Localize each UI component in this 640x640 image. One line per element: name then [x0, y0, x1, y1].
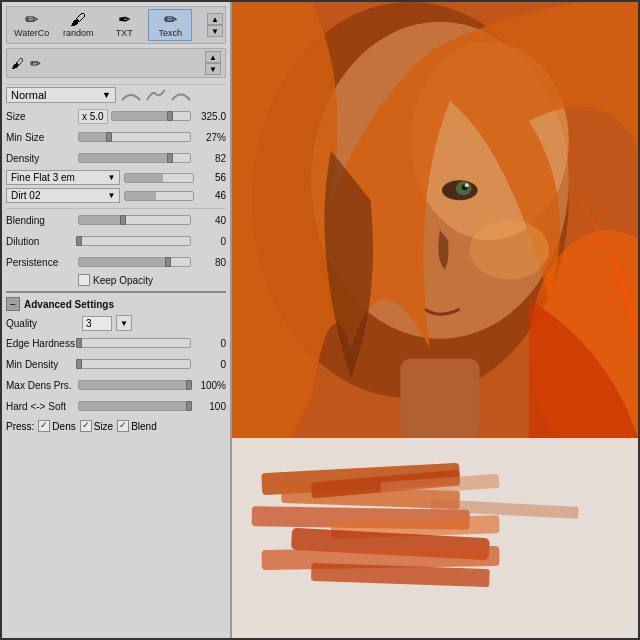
txt-icon: ✒ — [118, 12, 131, 28]
edge-hardness-label: Edge Hardness — [6, 338, 78, 349]
press-size-label: Size — [94, 421, 113, 432]
preset-txt-label: TXT — [116, 28, 133, 38]
hard-soft-value: 100 — [194, 401, 226, 412]
sub-scroll-up[interactable]: ▲ — [205, 51, 221, 63]
shape-3 — [170, 88, 192, 102]
preset-txt[interactable]: ✒ TXT — [102, 9, 146, 41]
blending-slider[interactable] — [78, 215, 191, 225]
fine-flat-label: Fine Flat 3 em — [11, 172, 75, 183]
size-multiplier[interactable]: x 5.0 — [78, 109, 108, 124]
min-size-slider[interactable] — [78, 132, 191, 142]
fine-flat-dropdown[interactable]: Fine Flat 3 em ▼ — [6, 170, 120, 185]
quality-input[interactable] — [82, 316, 112, 331]
size-slider[interactable] — [111, 111, 191, 121]
dirt-row: Dirt 02 ▼ 46 — [6, 188, 226, 203]
preset-random-label: random — [63, 28, 94, 38]
press-dens-checkbox[interactable]: ✓ — [38, 420, 50, 432]
preset-random[interactable]: 🖌 random — [56, 9, 100, 41]
separator-2 — [6, 208, 226, 209]
min-density-slider[interactable] — [78, 359, 191, 369]
density-slider[interactable] — [78, 153, 191, 163]
min-density-value: 0 — [194, 359, 226, 370]
persistence-slider[interactable] — [78, 257, 191, 267]
shape-1 — [120, 88, 142, 102]
dilution-slider[interactable] — [78, 236, 191, 246]
min-size-label: Min Size — [6, 132, 78, 143]
hard-soft-slider[interactable] — [78, 401, 191, 411]
portrait-svg — [232, 2, 638, 438]
advanced-title: Advanced Settings — [24, 299, 114, 310]
density-row: Density 82 — [6, 149, 226, 167]
max-dens-slider[interactable] — [78, 380, 191, 390]
brush-mini-1[interactable]: 🖌 — [11, 56, 24, 71]
dilution-label: Dilution — [6, 236, 78, 247]
min-density-slider-area: 0 — [78, 359, 226, 370]
scroll-down-button[interactable]: ▼ — [207, 25, 223, 37]
size-row: Size x 5.0 325.0 — [6, 107, 226, 125]
quality-row: Quality ▼ — [6, 315, 226, 331]
blend-mode-dropdown[interactable]: Normal ▼ — [6, 87, 116, 103]
keep-opacity-label[interactable]: Keep Opacity — [78, 274, 153, 286]
press-dens-item[interactable]: ✓ Dens — [38, 420, 75, 432]
max-dens-slider-area: 100% — [78, 380, 226, 391]
quality-label: Quality — [6, 318, 78, 329]
preset-waterco[interactable]: ✏ WaterCo — [9, 9, 54, 41]
preset-scroll[interactable]: ▲ ▼ — [207, 13, 223, 37]
persistence-value: 80 — [194, 257, 226, 268]
press-label: Press: — [6, 421, 34, 432]
dilution-row: Dilution 0 — [6, 232, 226, 250]
press-blend-item[interactable]: ✓ Blend — [117, 420, 157, 432]
hard-soft-row: Hard <-> Soft 100 — [6, 397, 226, 415]
hard-soft-slider-area: 100 — [78, 401, 226, 412]
app-window: ✏ WaterCo 🖌 random ✒ TXT ✏ Texch ▲ ▼ 🖌 — [0, 0, 640, 640]
size-label: Size — [6, 111, 78, 122]
brush-strokes-area — [232, 438, 638, 638]
brush-presets-row: ✏ WaterCo 🖌 random ✒ TXT ✏ Texch ▲ ▼ — [6, 6, 226, 44]
brush-mini-2[interactable]: ✏ — [30, 56, 41, 71]
dirt-value: 46 — [198, 190, 226, 201]
fine-flat-slider[interactable] — [124, 173, 194, 183]
size-slider-area: x 5.0 325.0 — [78, 109, 226, 124]
scroll-up-button[interactable]: ▲ — [207, 13, 223, 25]
dilution-value: 0 — [194, 236, 226, 247]
max-dens-label: Max Dens Prs. — [6, 380, 78, 391]
edge-hardness-row: Edge Hardness 0 — [6, 334, 226, 352]
shape-2 — [145, 88, 167, 102]
size-value: 325.0 — [194, 111, 226, 122]
blend-shapes — [120, 88, 192, 102]
press-dens-label: Dens — [52, 421, 75, 432]
hard-soft-label: Hard <-> Soft — [6, 401, 78, 412]
density-slider-area: 82 — [78, 153, 226, 164]
advanced-settings-header: − Advanced Settings — [6, 297, 226, 311]
persistence-row: Persistence 80 — [6, 253, 226, 271]
blend-mode-row: Normal ▼ — [6, 87, 226, 103]
press-size-item[interactable]: ✓ Size — [80, 420, 113, 432]
preset-texch[interactable]: ✏ Texch — [148, 9, 192, 41]
dirt-label: Dirt 02 — [11, 190, 40, 201]
sub-row-scroll[interactable]: ▲ ▼ — [205, 51, 221, 75]
brush-settings-panel: ✏ WaterCo 🖌 random ✒ TXT ✏ Texch ▲ ▼ 🖌 — [2, 2, 232, 638]
max-dens-row: Max Dens Prs. 100% — [6, 376, 226, 394]
min-size-row: Min Size 27% — [6, 128, 226, 146]
edge-hardness-slider[interactable] — [78, 338, 191, 348]
quality-dropdown[interactable]: ▼ — [116, 315, 132, 331]
press-size-checkbox[interactable]: ✓ — [80, 420, 92, 432]
brush-strokes-svg — [232, 438, 638, 638]
sub-scroll-down[interactable]: ▼ — [205, 63, 221, 75]
persistence-label: Persistence — [6, 257, 78, 268]
max-dens-value: 100% — [194, 380, 226, 391]
persistence-slider-area: 80 — [78, 257, 226, 268]
divider-1 — [6, 291, 226, 293]
blending-label: Blending — [6, 215, 78, 226]
blend-mode-caret: ▼ — [102, 90, 111, 100]
min-size-slider-area: 27% — [78, 132, 226, 143]
press-blend-checkbox[interactable]: ✓ — [117, 420, 129, 432]
press-row: Press: ✓ Dens ✓ Size ✓ Blend — [6, 420, 226, 432]
min-density-row: Min Density 0 — [6, 355, 226, 373]
dirt-dropdown[interactable]: Dirt 02 ▼ — [6, 188, 120, 203]
keep-opacity-checkbox[interactable] — [78, 274, 90, 286]
dirt-slider[interactable] — [124, 191, 194, 201]
collapse-button[interactable]: − — [6, 297, 20, 311]
min-size-value: 27% — [194, 132, 226, 143]
waterco-icon: ✏ — [25, 12, 38, 28]
